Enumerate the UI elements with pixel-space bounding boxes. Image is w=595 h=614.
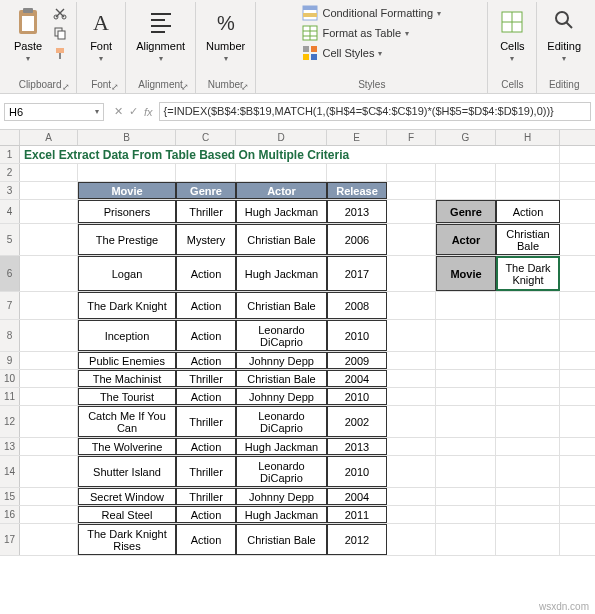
row-header[interactable]: 5 (0, 224, 20, 255)
cell[interactable] (20, 388, 78, 405)
cell[interactable] (20, 292, 78, 319)
table-header[interactable]: Actor (236, 182, 327, 199)
table-cell[interactable]: 2010 (327, 456, 387, 487)
cell[interactable] (436, 388, 496, 405)
table-cell[interactable]: Action (176, 256, 236, 291)
table-cell[interactable]: 2008 (327, 292, 387, 319)
table-cell[interactable]: Public Enemies (78, 352, 176, 369)
table-cell[interactable]: 2004 (327, 370, 387, 387)
dialog-launcher-icon[interactable]: ⤢ (62, 82, 70, 92)
cell[interactable] (20, 182, 78, 199)
copy-button[interactable] (50, 24, 70, 42)
cell[interactable] (436, 488, 496, 505)
cell[interactable] (436, 406, 496, 437)
table-cell[interactable]: Shutter Island (78, 456, 176, 487)
cell[interactable] (20, 406, 78, 437)
row-header[interactable]: 16 (0, 506, 20, 523)
cell[interactable] (176, 164, 236, 181)
table-cell[interactable]: Secret Window (78, 488, 176, 505)
table-cell[interactable]: The Wolverine (78, 438, 176, 455)
lookup-actor-label[interactable]: Actor (436, 224, 496, 255)
cell[interactable] (387, 352, 436, 369)
cell[interactable] (20, 200, 78, 223)
cell[interactable] (436, 182, 496, 199)
row-header[interactable]: 6 (0, 256, 20, 291)
table-cell[interactable]: Mystery (176, 224, 236, 255)
table-cell[interactable]: Thriller (176, 370, 236, 387)
table-cell[interactable]: Catch Me If You Can (78, 406, 176, 437)
cell[interactable] (387, 456, 436, 487)
cell[interactable] (387, 524, 436, 555)
number-button[interactable]: % Number ▾ (202, 4, 249, 65)
font-button[interactable]: A Font ▾ (83, 4, 119, 65)
col-header[interactable]: B (78, 130, 176, 145)
table-cell[interactable]: 2017 (327, 256, 387, 291)
table-cell[interactable]: Logan (78, 256, 176, 291)
table-cell[interactable]: 2006 (327, 224, 387, 255)
table-cell[interactable]: Thriller (176, 406, 236, 437)
cell[interactable] (387, 388, 436, 405)
cell[interactable] (436, 438, 496, 455)
cell[interactable] (387, 438, 436, 455)
enter-icon[interactable]: ✓ (129, 105, 138, 118)
cell[interactable] (436, 506, 496, 523)
cell[interactable] (20, 438, 78, 455)
table-cell[interactable]: Hugh Jackman (236, 506, 327, 523)
lookup-genre-value[interactable]: Action (496, 200, 560, 223)
cell[interactable] (20, 224, 78, 255)
lookup-movie-value[interactable]: The Dark Knight (496, 256, 560, 291)
table-cell[interactable]: 2013 (327, 200, 387, 223)
table-cell[interactable]: Leonardo DiCaprio (236, 406, 327, 437)
table-cell[interactable]: Action (176, 438, 236, 455)
col-header[interactable]: D (236, 130, 327, 145)
col-header[interactable]: C (176, 130, 236, 145)
cell[interactable] (78, 164, 176, 181)
table-cell[interactable]: Christian Bale (236, 292, 327, 319)
cell[interactable] (436, 524, 496, 555)
cell[interactable] (436, 164, 496, 181)
cell[interactable] (387, 200, 436, 223)
row-header[interactable]: 1 (0, 146, 20, 163)
table-cell[interactable]: 2012 (327, 524, 387, 555)
table-cell[interactable]: Action (176, 524, 236, 555)
cell[interactable] (20, 352, 78, 369)
table-header[interactable]: Release (327, 182, 387, 199)
cell[interactable] (496, 456, 560, 487)
table-cell[interactable]: Real Steel (78, 506, 176, 523)
col-header[interactable]: F (387, 130, 436, 145)
table-cell[interactable]: Thriller (176, 488, 236, 505)
cell[interactable] (496, 506, 560, 523)
table-cell[interactable]: Christian Bale (236, 224, 327, 255)
lookup-actor-value[interactable]: Christian Bale (496, 224, 560, 255)
table-cell[interactable]: Thriller (176, 456, 236, 487)
select-all[interactable] (0, 130, 20, 145)
cell[interactable] (20, 164, 78, 181)
cell[interactable] (20, 506, 78, 523)
cell[interactable] (327, 164, 387, 181)
cell[interactable] (496, 352, 560, 369)
table-cell[interactable]: The Dark Knight Rises (78, 524, 176, 555)
cell[interactable] (387, 292, 436, 319)
format-painter-button[interactable] (50, 44, 70, 62)
row-header[interactable]: 11 (0, 388, 20, 405)
cell[interactable] (387, 256, 436, 291)
cell[interactable] (20, 524, 78, 555)
cell[interactable] (387, 370, 436, 387)
cell[interactable] (387, 506, 436, 523)
table-cell[interactable]: Action (176, 388, 236, 405)
table-cell[interactable]: The Tourist (78, 388, 176, 405)
table-cell[interactable]: 2011 (327, 506, 387, 523)
row-header[interactable]: 14 (0, 456, 20, 487)
row-header[interactable]: 15 (0, 488, 20, 505)
cell[interactable] (436, 370, 496, 387)
worksheet[interactable]: A B C D E F G H 1Excel Extract Data From… (0, 130, 595, 556)
table-cell[interactable]: Action (176, 506, 236, 523)
fx-icon[interactable]: fx (144, 106, 153, 118)
cell[interactable] (20, 320, 78, 351)
cell[interactable] (387, 488, 436, 505)
dialog-launcher-icon[interactable]: ⤢ (241, 82, 249, 92)
table-cell[interactable]: Johnny Depp (236, 488, 327, 505)
cell[interactable] (20, 256, 78, 291)
cell[interactable] (236, 164, 327, 181)
cells-button[interactable]: Cells ▾ (494, 4, 530, 65)
